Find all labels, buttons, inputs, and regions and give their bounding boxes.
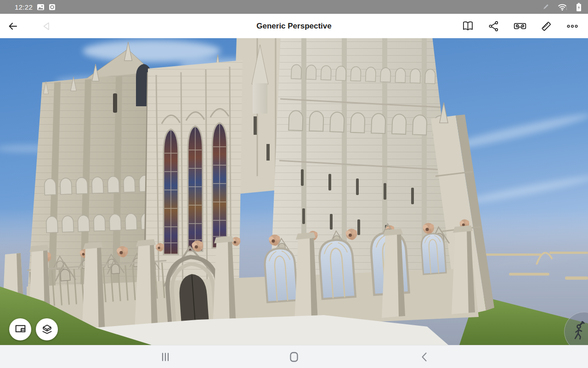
status-bar: 12:22 [0,0,588,14]
model-3d-button[interactable] [36,318,58,340]
screen-record-notification-icon [49,4,56,11]
back-arrow-icon[interactable] [3,16,23,36]
sheet-layout-icon [14,322,27,336]
home-icon[interactable] [288,351,300,363]
recent-apps-icon[interactable] [159,351,171,363]
walk-person-icon [571,321,587,343]
toolbar-actions [458,16,588,36]
image-notification-icon [37,3,45,11]
status-time: 12:22 [15,3,33,11]
sheets-layouts-button[interactable] [9,318,31,340]
measure-ruler-icon[interactable] [536,16,556,36]
share-icon[interactable] [484,16,504,36]
app-screen: 12:22 Generic Perspective [0,0,588,368]
gallery-book-icon[interactable] [458,16,478,36]
battery-charging-icon [576,3,582,12]
back-icon[interactable] [419,351,431,363]
model-render [0,38,588,345]
vr-goggles-icon[interactable] [510,16,530,36]
model-3d-icon [41,322,53,336]
stylus-icon [542,3,549,11]
wifi-icon [558,3,568,11]
model-viewport[interactable] [0,38,588,345]
app-toolbar: Generic Perspective [0,14,588,38]
previous-view-icon [37,16,57,36]
android-nav-bar [0,345,588,368]
more-options-icon[interactable] [562,16,582,36]
